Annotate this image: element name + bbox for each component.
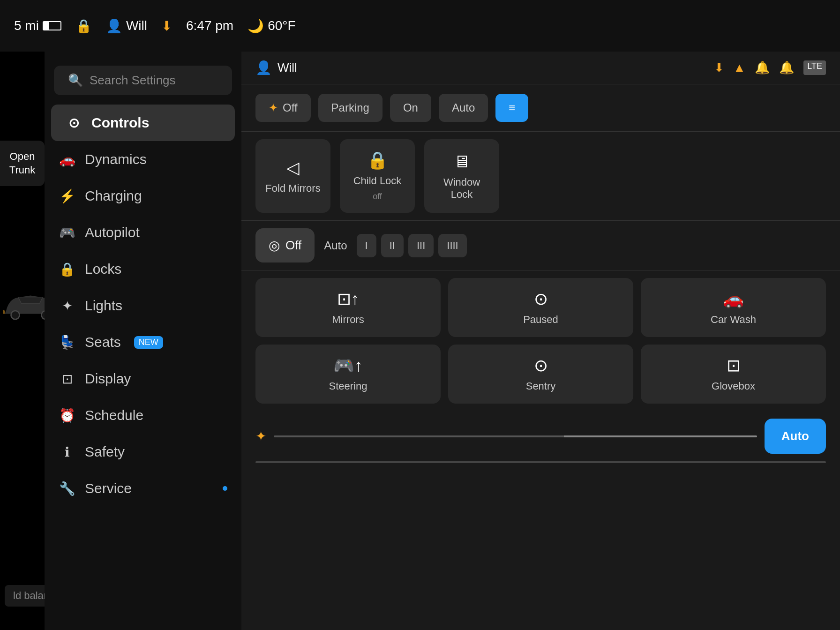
status-bar: 5 mi 🔒 👤 Will ⬇ 6:47 pm 🌙 60°F — [0, 0, 840, 52]
search-bar[interactable]: 🔍 Search Settings — [54, 66, 232, 95]
bottom-controls-grid: ⊡↑ Mirrors ⊙ Paused 🚗 Car Wash 🎮↑ Steeri… — [241, 270, 840, 411]
lock-icon: 🔒 — [75, 18, 92, 34]
time-display: 6:47 pm — [186, 18, 233, 33]
steering-icon: 🎮↑ — [333, 356, 363, 375]
parking-label: Parking — [331, 101, 369, 114]
seats-label: Seats — [85, 334, 121, 350]
lights-icon: ✦ — [59, 298, 75, 314]
schedule-icon: ⏰ — [59, 408, 75, 423]
sidebar-item-seats[interactable]: 💺 Seats NEW — [45, 324, 241, 360]
header-username: Will — [278, 60, 297, 75]
lights-panel: ✦ Off Parking On Auto ≡ — [241, 84, 840, 132]
sidebar: 🔍 Search Settings ⊙ Controls 🚗 Dynamics … — [45, 52, 241, 630]
safety-label: Safety — [85, 444, 125, 460]
service-label: Service — [85, 480, 132, 496]
scroll-hint — [255, 461, 826, 463]
controls-label: Controls — [91, 115, 149, 131]
wiper-speed-1[interactable]: I — [357, 234, 376, 257]
mirrors-icon: ⊡↑ — [337, 289, 360, 309]
fold-mirrors-icon: ◁ — [286, 158, 300, 178]
lights-on-button[interactable]: On — [390, 94, 431, 122]
sidebar-item-dynamics[interactable]: 🚗 Dynamics — [45, 141, 241, 178]
lights-off-button[interactable]: ✦ Off — [255, 94, 311, 122]
brightness-slider[interactable] — [274, 435, 757, 437]
wipers-icon: ◎ — [269, 238, 280, 253]
paused-tile[interactable]: ⊙ Paused — [448, 278, 633, 337]
lights-highbeam-button[interactable]: ≡ — [495, 94, 528, 122]
sidebar-item-lights[interactable]: ✦ Lights — [45, 287, 241, 324]
window-lock-tile[interactable]: 🖥 Window Lock — [424, 139, 499, 213]
lights-row: ✦ Off Parking On Auto ≡ — [255, 94, 826, 122]
locks-label: Locks — [85, 261, 121, 277]
wiper-speed-4[interactable]: IIII — [438, 234, 466, 257]
controls-icon: ⊙ — [65, 115, 82, 131]
glovebox-tile[interactable]: ⊡ Glovebox — [641, 345, 826, 404]
temperature-value: 60°F — [268, 18, 295, 33]
schedule-label: Schedule — [85, 407, 143, 423]
car-wash-tile[interactable]: 🚗 Car Wash — [641, 278, 826, 337]
wipers-off-button[interactable]: ◎ Off — [255, 228, 315, 262]
sidebar-item-autopilot[interactable]: 🎮 Autopilot — [45, 214, 241, 251]
brightness-icon: ✦ — [255, 428, 266, 444]
child-lock-tile[interactable]: 🔒 Child Lock off — [340, 139, 415, 213]
sentry-tile[interactable]: ⊙ Sentry — [448, 345, 633, 404]
sidebar-item-charging[interactable]: ⚡ Charging — [45, 178, 241, 214]
moon-icon: 🌙 — [248, 18, 264, 34]
display-label: Display — [85, 371, 131, 387]
username-label: Will — [126, 18, 147, 33]
lights-label: Lights — [85, 298, 122, 314]
content-area: 👤 Will ⬇ ▲ 🔔 🔔 LTE ✦ Off Parking — [241, 52, 840, 630]
range-value: 5 mi — [14, 18, 39, 33]
autopilot-icon: 🎮 — [59, 225, 75, 240]
user-display: 👤 Will — [106, 18, 147, 34]
fold-mirrors-tile[interactable]: ◁ Fold Mirrors — [255, 139, 330, 213]
lights-parking-button[interactable]: Parking — [318, 94, 382, 122]
header-mute-icon: 🔔 — [779, 60, 794, 75]
mirrors-tile[interactable]: ⊡↑ Mirrors — [255, 278, 441, 337]
safety-icon: ℹ — [59, 444, 75, 460]
wipers-row: ◎ Off Auto I II III IIII — [241, 221, 840, 270]
battery-icon — [43, 21, 61, 30]
display-icon: ⊡ — [59, 371, 75, 387]
new-badge: NEW — [134, 336, 163, 349]
profile-icon: 👤 — [255, 60, 272, 75]
locks-icon: 🔒 — [59, 262, 75, 277]
sidebar-item-controls[interactable]: ⊙ Controls — [51, 105, 235, 141]
main-container: 🔍 Search Settings ⊙ Controls 🚗 Dynamics … — [0, 52, 840, 630]
content-header: 👤 Will ⬇ ▲ 🔔 🔔 LTE — [241, 52, 840, 84]
header-download-icon[interactable]: ⬇ — [714, 60, 724, 75]
wiper-speed-2[interactable]: II — [381, 234, 404, 257]
range-display: 5 mi — [14, 18, 61, 33]
profile-area: 👤 Will — [255, 60, 297, 75]
brightness-row: ✦ Auto — [241, 411, 840, 461]
search-icon: 🔍 — [68, 73, 83, 88]
download-icon: ⬇ — [161, 18, 172, 34]
on-label: On — [403, 101, 418, 114]
sun-icon: ✦ — [269, 101, 278, 114]
temperature-display: 🌙 60°F — [248, 18, 295, 34]
auto-brightness-button[interactable]: Auto — [765, 419, 826, 454]
highbeam-icon: ≡ — [509, 101, 515, 114]
open-trunk-button[interactable]: Open Trunk — [0, 141, 45, 186]
steering-tile[interactable]: 🎮↑ Steering — [255, 345, 441, 404]
search-placeholder: Search Settings — [90, 73, 176, 88]
sidebar-item-display[interactable]: ⊡ Display — [45, 360, 241, 397]
header-signal-icon: ▲ — [734, 60, 746, 75]
sidebar-item-service[interactable]: 🔧 Service — [45, 470, 241, 507]
wipers-auto-label: Auto — [324, 239, 347, 252]
lock-icon-status: 🔒 — [75, 18, 92, 34]
sidebar-item-locks[interactable]: 🔒 Locks — [45, 251, 241, 287]
auto-label: Auto — [452, 101, 475, 114]
wiper-speed-3[interactable]: III — [408, 234, 434, 257]
lte-badge: LTE — [803, 60, 826, 75]
car-wash-icon: 🚗 — [723, 289, 744, 309]
sidebar-item-schedule[interactable]: ⏰ Schedule — [45, 397, 241, 434]
sidebar-item-safety[interactable]: ℹ Safety — [45, 434, 241, 470]
header-sound-icon: 🔔 — [755, 60, 770, 75]
lights-auto-button[interactable]: Auto — [439, 94, 488, 122]
header-icons: ⬇ ▲ 🔔 🔔 LTE — [714, 60, 826, 75]
glovebox-icon: ⊡ — [727, 356, 741, 375]
service-dot — [223, 486, 227, 491]
charging-label: Charging — [85, 188, 142, 204]
service-icon: 🔧 — [59, 481, 75, 496]
